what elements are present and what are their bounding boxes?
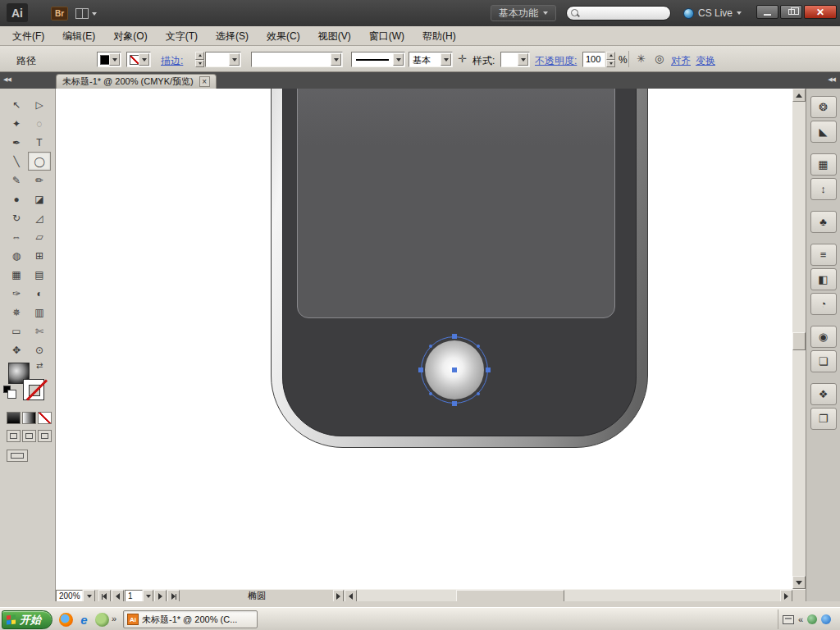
status-menu-button[interactable] bbox=[333, 590, 344, 602]
shape-builder-tool[interactable]: ◍ bbox=[5, 246, 28, 265]
scroll-down-button[interactable] bbox=[792, 576, 806, 589]
last-artboard-button[interactable] bbox=[167, 590, 180, 602]
fill-color-dropdown[interactable] bbox=[97, 52, 121, 67]
draw-behind-button[interactable] bbox=[22, 430, 36, 442]
graphic-styles-panel-button[interactable]: ❏ bbox=[810, 350, 837, 372]
layers-panel-button[interactable]: ❖ bbox=[810, 383, 837, 405]
draw-inside-button[interactable] bbox=[38, 430, 52, 442]
zoom-tool[interactable]: ⊙ bbox=[28, 340, 51, 359]
anchor-point-bottom[interactable] bbox=[452, 401, 457, 406]
artboards-panel-button[interactable]: ❐ bbox=[810, 408, 837, 430]
crosshair-icon[interactable]: ✛ bbox=[458, 52, 467, 65]
arrange-documents-button[interactable] bbox=[75, 7, 100, 20]
width-tool[interactable]: ⇔ bbox=[5, 227, 28, 246]
previous-artboard-button[interactable] bbox=[112, 590, 124, 602]
width-profile-dropdown[interactable] bbox=[251, 52, 343, 67]
quicklaunch-overflow-icon[interactable]: » bbox=[112, 614, 116, 623]
stepper-down-icon[interactable] bbox=[195, 60, 204, 68]
brushes-panel-button[interactable]: ♣ bbox=[810, 211, 837, 233]
anchor-point-top[interactable] bbox=[452, 334, 457, 339]
screen-mode-button[interactable] bbox=[7, 450, 28, 462]
menu-type[interactable]: 文字(T) bbox=[157, 26, 207, 46]
none-button[interactable] bbox=[38, 412, 52, 424]
hscroll-left-button[interactable] bbox=[345, 590, 357, 602]
recolor-artwork-icon[interactable]: ✳ bbox=[637, 52, 646, 65]
vertical-scrollbar[interactable] bbox=[792, 89, 806, 589]
symbol-sprayer-tool[interactable]: ✵ bbox=[5, 303, 28, 322]
color-panel-button[interactable]: ❂ bbox=[810, 96, 837, 118]
center-point[interactable] bbox=[452, 368, 457, 372]
brush-name-dropdown[interactable]: 基本 bbox=[409, 52, 453, 67]
hscroll-right-button[interactable] bbox=[780, 590, 792, 602]
opacity-field[interactable]: 100 bbox=[582, 52, 605, 67]
transparency-panel-button[interactable]: ◔ bbox=[810, 293, 837, 315]
gradient-button[interactable] bbox=[22, 412, 36, 424]
horizontal-scrollbar[interactable] bbox=[357, 590, 780, 602]
close-button[interactable]: ✕ bbox=[804, 5, 837, 19]
pen-tool[interactable]: ✒ bbox=[5, 133, 28, 152]
color-button[interactable] bbox=[7, 412, 21, 424]
minimize-button[interactable] bbox=[756, 5, 778, 19]
menu-view[interactable]: 视图(V) bbox=[309, 26, 360, 46]
slice-tool[interactable]: ✄ bbox=[28, 322, 51, 340]
tray-collapse-icon[interactable]: « bbox=[798, 614, 803, 624]
perspective-grid-tool[interactable]: ⊞ bbox=[28, 246, 51, 265]
artboard-canvas[interactable] bbox=[56, 89, 792, 589]
blob-brush-tool[interactable]: ● bbox=[5, 189, 28, 208]
type-tool[interactable]: T bbox=[28, 133, 51, 152]
align-panel-link[interactable]: 对齐 bbox=[671, 54, 691, 68]
hand-tool[interactable]: ✥ bbox=[5, 340, 28, 359]
restore-button[interactable] bbox=[780, 5, 802, 19]
anchor-point-right[interactable] bbox=[486, 368, 491, 372]
blend-tool[interactable]: ◐ bbox=[28, 284, 51, 303]
default-fill-stroke-icon[interactable] bbox=[3, 386, 11, 393]
collapse-left-panel-icon[interactable]: ◀◀ bbox=[3, 76, 11, 83]
mesh-tool[interactable]: ▦ bbox=[5, 265, 28, 284]
appearance-panel-button[interactable]: ◉ bbox=[810, 326, 837, 348]
document-tab[interactable]: 未标题-1* @ 200% (CMYK/预览) × bbox=[56, 74, 217, 89]
eraser-tool[interactable]: ◪ bbox=[28, 189, 51, 208]
draw-normal-button[interactable] bbox=[7, 430, 21, 442]
input-method-icon[interactable] bbox=[783, 615, 794, 624]
anchor-point-left[interactable] bbox=[418, 368, 423, 372]
start-button[interactable]: 开始 bbox=[2, 610, 52, 629]
isolate-object-icon[interactable]: ◎ bbox=[655, 52, 664, 65]
symbols-panel-button[interactable]: ▦ bbox=[810, 153, 837, 176]
messenger-quicklaunch-icon[interactable] bbox=[95, 613, 109, 627]
pencil-tool[interactable]: ✏ bbox=[28, 171, 51, 189]
style-dropdown[interactable] bbox=[500, 52, 530, 67]
lasso-tool[interactable]: ◌ bbox=[28, 114, 51, 133]
line-segment-tool[interactable]: ╲ bbox=[5, 152, 28, 171]
ellipse-tool[interactable]: ◯ bbox=[28, 152, 51, 171]
workspace-switcher[interactable]: 基本功能 bbox=[491, 5, 556, 21]
gradient-panel-button[interactable]: ◧ bbox=[810, 268, 837, 290]
scale-tool[interactable]: ◿ bbox=[28, 208, 51, 227]
swap-fill-stroke-icon[interactable]: ⇄ bbox=[36, 361, 43, 370]
direct-selection-tool[interactable]: ▷ bbox=[28, 95, 51, 114]
column-graph-tool[interactable]: ▥ bbox=[28, 303, 51, 322]
menu-select[interactable]: 选择(S) bbox=[207, 26, 258, 46]
handle-point-ne[interactable] bbox=[477, 345, 480, 348]
menu-effect[interactable]: 效果(C) bbox=[258, 26, 309, 46]
eyedropper-tool[interactable]: ✑ bbox=[5, 284, 28, 303]
tab-close-icon[interactable]: × bbox=[199, 76, 210, 87]
handle-point-nw[interactable] bbox=[429, 345, 432, 348]
scroll-up-button[interactable] bbox=[792, 89, 806, 102]
collapse-right-dock-icon[interactable]: ◀◀ bbox=[828, 76, 835, 83]
phone-screen[interactable] bbox=[297, 89, 615, 318]
stroke-panel-button[interactable]: ≡ bbox=[810, 244, 837, 266]
stroke-color-swatch[interactable] bbox=[23, 379, 44, 400]
vertical-scroll-thumb[interactable] bbox=[792, 332, 806, 350]
firefox-quicklaunch-icon[interactable] bbox=[59, 613, 73, 627]
stroke-color-dropdown[interactable] bbox=[126, 52, 151, 67]
horizontal-scroll-thumb[interactable] bbox=[456, 590, 564, 602]
artboard-number-field[interactable]: 1 bbox=[125, 590, 143, 602]
tray-status-icon[interactable] bbox=[807, 614, 817, 624]
tray-network-icon[interactable] bbox=[821, 614, 831, 624]
menu-window[interactable]: 窗口(W) bbox=[360, 26, 413, 46]
rotate-tool[interactable]: ↻ bbox=[5, 208, 28, 227]
brush-definition-dropdown[interactable] bbox=[351, 52, 405, 67]
bridge-button[interactable]: Br bbox=[51, 7, 68, 21]
stroke-weight-stepper[interactable] bbox=[195, 52, 204, 67]
gradient-tool[interactable]: ▤ bbox=[28, 265, 51, 284]
